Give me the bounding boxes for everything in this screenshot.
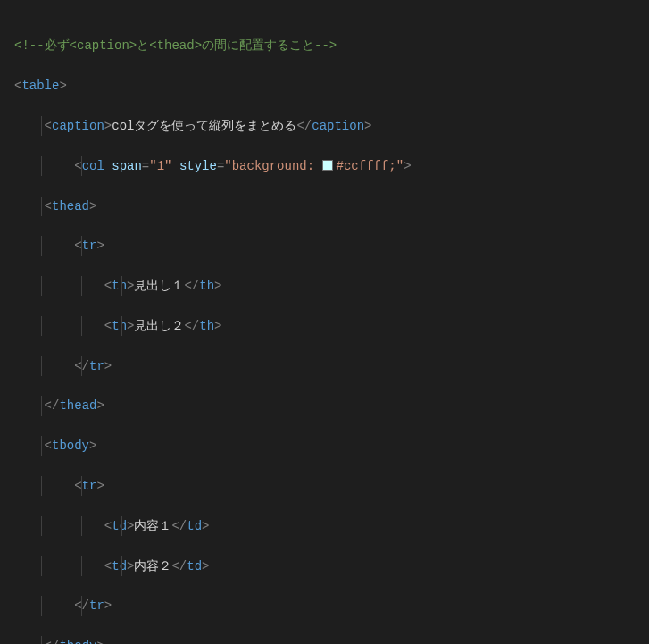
- angle-bracket: >: [202, 519, 209, 533]
- th-text: 見出し２: [134, 319, 184, 333]
- tr-tag: tr: [89, 598, 104, 613]
- comment-caption-tag: <caption>: [70, 38, 137, 53]
- td-tag: td: [187, 559, 202, 573]
- angle-bracket: </: [296, 119, 312, 133]
- angle-bracket: >: [59, 79, 66, 93]
- th-tag: th: [112, 319, 127, 333]
- code-line: <thead>: [14, 197, 635, 216]
- table-tag: table: [21, 79, 59, 93]
- th-tag: th: [199, 279, 214, 293]
- code-line: <td>内容１</td>: [14, 516, 635, 536]
- angle-bracket: <: [45, 199, 52, 213]
- angle-bracket: </: [45, 398, 60, 413]
- angle-bracket: >: [89, 439, 96, 453]
- comment-text: 必ず: [45, 38, 70, 53]
- angle-bracket: >: [96, 479, 104, 493]
- angle-bracket: >: [104, 598, 112, 613]
- caption-text: colタグを使って縦列をまとめる: [112, 119, 296, 133]
- code-line: </tr>: [14, 596, 635, 615]
- angle-bracket: >: [104, 359, 112, 373]
- angle-bracket: </: [45, 639, 60, 644]
- th-tag: th: [199, 319, 214, 333]
- style-value-post: #ccffff;": [337, 159, 404, 173]
- angle-bracket: <: [104, 279, 112, 293]
- code-editor: <!--必ず<caption>と<thead>の間に配置すること--> <tab…: [0, 0, 649, 644]
- angle-bracket: </: [171, 559, 187, 573]
- caption-tag: caption: [52, 119, 104, 133]
- angle-bracket: >: [202, 559, 209, 573]
- angle-bracket: >: [96, 398, 104, 413]
- angle-bracket: <: [45, 439, 52, 453]
- thead-tag: thead: [59, 398, 96, 413]
- tbody-tag: tbody: [52, 439, 89, 453]
- code-line: <th>見出し１</th>: [14, 276, 635, 296]
- code-line: <th>見出し２</th>: [14, 316, 635, 336]
- code-line: <tr>: [14, 236, 635, 255]
- angle-bracket: >: [404, 159, 411, 173]
- comment-open: <!--: [14, 38, 45, 53]
- td-tag: td: [112, 519, 127, 533]
- angle-bracket: </: [184, 279, 199, 293]
- td-text: 内容２: [134, 559, 171, 573]
- angle-bracket: >: [96, 639, 104, 644]
- th-tag: th: [112, 279, 127, 293]
- span-value: "1": [149, 159, 171, 173]
- code-line: <!--必ず<caption>と<thead>の間に配置すること-->: [14, 36, 635, 55]
- color-swatch-icon: [322, 160, 333, 171]
- angle-bracket: <: [45, 119, 52, 133]
- code-line: <tbody>: [14, 436, 635, 456]
- code-line: </thead>: [14, 396, 635, 415]
- span-attr: span: [112, 159, 142, 173]
- equals: =: [142, 159, 149, 173]
- td-text: 内容１: [134, 519, 171, 533]
- comment-thead-tag: <thead>: [149, 38, 202, 53]
- angle-bracket: >: [96, 238, 104, 253]
- angle-bracket: >: [364, 119, 371, 133]
- comment-text: と: [137, 38, 149, 53]
- caption-tag: caption: [312, 119, 364, 133]
- tr-tag: tr: [82, 238, 97, 253]
- td-tag: td: [187, 519, 202, 533]
- style-attr: style: [179, 159, 217, 173]
- tbody-tag: tbody: [59, 639, 96, 644]
- tr-tag: tr: [89, 359, 104, 373]
- style-value-pre: "background:: [224, 159, 321, 173]
- tr-tag: tr: [82, 479, 97, 493]
- angle-bracket: <: [104, 519, 112, 533]
- angle-bracket: >: [214, 279, 221, 293]
- angle-bracket: </: [184, 319, 199, 333]
- angle-bracket: <: [104, 319, 112, 333]
- code-line: <tr>: [14, 476, 635, 496]
- th-text: 見出し１: [134, 279, 184, 293]
- code-line: <col span="1" style="background: #ccffff…: [14, 156, 635, 176]
- code-line: </tbody>: [14, 636, 635, 644]
- code-line: </tr>: [14, 356, 635, 376]
- code-line: <caption>colタグを使って縦列をまとめる</caption>: [14, 116, 635, 136]
- angle-bracket: >: [214, 319, 221, 333]
- comment-text: の間に配置すること: [202, 38, 314, 53]
- thead-tag: thead: [52, 199, 89, 213]
- angle-bracket: <: [104, 559, 112, 573]
- comment-close: -->: [314, 38, 337, 53]
- angle-bracket: >: [104, 119, 112, 133]
- angle-bracket: >: [89, 199, 96, 213]
- code-line: <table>: [14, 76, 635, 96]
- angle-bracket: </: [171, 519, 187, 533]
- col-tag: col: [82, 159, 104, 173]
- td-tag: td: [112, 559, 127, 573]
- code-line: <td>内容２</td>: [14, 556, 635, 576]
